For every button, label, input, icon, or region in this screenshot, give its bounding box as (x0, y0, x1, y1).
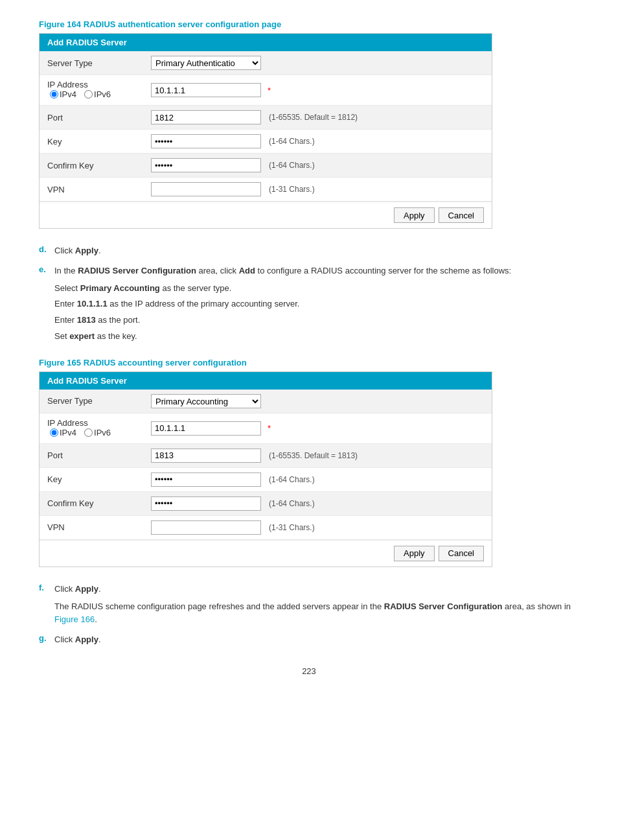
figure1-panel-body: Server Type Primary Authenticatio IP Add… (40, 51, 492, 228)
vpn-hint: (1-31 Chars.) (269, 185, 315, 194)
key-row: Key (1-64 Chars.) (40, 130, 492, 154)
key-input2[interactable] (151, 472, 261, 487)
figure2-panel-body: Server Type Primary Accounting IP Addres… (40, 390, 492, 566)
ipv6-radio-label2[interactable]: IPv6 (84, 428, 111, 438)
vpn-label2: VPN (47, 522, 151, 532)
ipv4-radio-label[interactable]: IPv4 (50, 89, 76, 99)
figure1-button-row: Apply Cancel (40, 202, 492, 228)
figure166-link[interactable]: Figure 166 (54, 614, 95, 624)
instruction-f-sub: The RADIUS scheme configuration page ref… (54, 600, 579, 627)
server-type-select[interactable]: Primary Authenticatio (151, 56, 261, 70)
instruction-f-letter: f. (39, 583, 49, 592)
key-hint2: (1-64 Chars.) (269, 475, 315, 484)
instruction-g-text: Click Apply. (54, 633, 101, 647)
instruction-d-text: Click Apply. (54, 244, 101, 258)
figure2-panel: Add RADIUS Server Server Type Primary Ac… (39, 371, 492, 567)
key-input-area: (1-64 Chars.) (151, 134, 315, 148)
port-hint2: (1-65535. Default = 1813) (269, 451, 358, 460)
ip-address-label: IP Address IPv4 IPv6 (47, 80, 151, 100)
instruction-e-letter: e. (39, 264, 49, 274)
ip-address-input2[interactable] (151, 421, 261, 436)
instruction-d-letter: d. (39, 244, 49, 254)
confirm-key-input2[interactable] (151, 496, 261, 511)
confirm-key-input-area: (1-64 Chars.) (151, 158, 315, 172)
port-label: Port (47, 113, 151, 122)
ip-address-row: IP Address IPv4 IPv6 * (40, 75, 492, 106)
instruction-e-sub: Select Primary Accounting as the server … (54, 282, 511, 344)
figure1-title: Figure 164 RADIUS authentication server … (39, 19, 579, 29)
key-hint: (1-64 Chars.) (269, 137, 315, 146)
figure2-apply-button[interactable]: Apply (394, 546, 435, 561)
instruction-e-text: In the RADIUS Server Configuration area,… (54, 264, 511, 346)
vpn-input[interactable] (151, 182, 261, 196)
vpn-input-area2: (1-31 Chars.) (151, 520, 315, 535)
confirm-key-label: Confirm Key (47, 161, 151, 170)
confirm-key-label2: Confirm Key (47, 498, 151, 508)
ip-input-area2: * (151, 421, 271, 436)
sub-item-2: Enter 10.1.1.1 as the IP address of the … (54, 298, 511, 311)
port-input[interactable] (151, 110, 261, 124)
confirm-key-hint2: (1-64 Chars.) (269, 499, 315, 508)
key-label: Key (47, 137, 151, 146)
port-row: Port (1-65535. Default = 1812) (40, 106, 492, 130)
sub-item-4: Set expert as the key. (54, 330, 511, 344)
confirm-key-input[interactable] (151, 158, 261, 172)
sub-item-3: Enter 1813 as the port. (54, 314, 511, 327)
port-input2[interactable] (151, 449, 261, 463)
vpn-row2: VPN (1-31 Chars.) (40, 516, 492, 540)
port-input-area2: (1-65535. Default = 1813) (151, 449, 358, 463)
figure2-cancel-button[interactable]: Cancel (439, 546, 484, 561)
instruction-g: g. Click Apply. (39, 633, 579, 647)
ip-required-star2: * (268, 423, 271, 433)
port-label2: Port (47, 450, 151, 460)
key-label2: Key (47, 474, 151, 484)
key-row2: Key (1-64 Chars.) (40, 468, 492, 492)
confirm-key-input-area2: (1-64 Chars.) (151, 496, 315, 511)
vpn-row: VPN (1-31 Chars.) (40, 178, 492, 202)
server-type-input-area2: Primary Accounting (151, 394, 261, 408)
figure1-panel: Add RADIUS Server Server Type Primary Au… (39, 33, 492, 229)
ipv6-radio2[interactable] (84, 428, 93, 437)
figure1-panel-header: Add RADIUS Server (40, 34, 492, 51)
ipv6-radio-label[interactable]: IPv6 (84, 89, 111, 99)
confirm-key-row: Confirm Key (1-64 Chars.) (40, 154, 492, 178)
server-type-row2: Server Type Primary Accounting (40, 390, 492, 414)
ip-address-input[interactable] (151, 83, 261, 97)
confirm-key-row2: Confirm Key (1-64 Chars.) (40, 492, 492, 516)
server-type-select2[interactable]: Primary Accounting (151, 394, 261, 408)
server-type-input-area: Primary Authenticatio (151, 56, 261, 70)
instruction-g-letter: g. (39, 633, 49, 643)
figure2-title: Figure 165 RADIUS accounting server conf… (39, 358, 579, 368)
ip-address-label2: IP Address IPv4 IPv6 (47, 418, 151, 439)
key-input[interactable] (151, 134, 261, 148)
figure1-cancel-button[interactable]: Cancel (439, 207, 484, 223)
figure1-apply-button[interactable]: Apply (394, 207, 435, 223)
server-type-row: Server Type Primary Authenticatio (40, 51, 492, 75)
vpn-input-area: (1-31 Chars.) (151, 182, 315, 196)
ip-input-area: * (151, 83, 271, 97)
sub-item-1: Select Primary Accounting as the server … (54, 282, 511, 296)
port-hint: (1-65535. Default = 1812) (269, 113, 358, 122)
vpn-input2[interactable] (151, 520, 261, 535)
server-type-label: Server Type (47, 58, 151, 68)
ipv4-radio-label2[interactable]: IPv4 (50, 428, 76, 438)
figure2-button-row: Apply Cancel (40, 540, 492, 566)
instruction-f: f. Click Apply. The RADIUS scheme config… (39, 583, 579, 627)
instruction-e: e. In the RADIUS Server Configuration ar… (39, 264, 579, 346)
port-row2: Port (1-65535. Default = 1813) (40, 444, 492, 468)
instruction-f-text: Click Apply. The RADIUS scheme configura… (54, 583, 579, 627)
ip-address-row2: IP Address IPv4 IPv6 * (40, 414, 492, 444)
vpn-label: VPN (47, 185, 151, 194)
instructions-fg-block: f. Click Apply. The RADIUS scheme config… (39, 583, 579, 647)
ipv6-radio[interactable] (84, 90, 93, 99)
server-type-label2: Server Type (47, 396, 151, 406)
instructions-block: d. Click Apply. e. In the RADIUS Server … (39, 244, 579, 346)
ipv4-radio2[interactable] (50, 428, 58, 437)
ipv4-radio[interactable] (50, 90, 58, 99)
port-input-area: (1-65535. Default = 1812) (151, 110, 358, 124)
confirm-key-hint: (1-64 Chars.) (269, 161, 315, 170)
page-number: 223 (39, 666, 579, 676)
ip-required-star: * (268, 86, 271, 95)
key-input-area2: (1-64 Chars.) (151, 472, 315, 487)
vpn-hint2: (1-31 Chars.) (269, 523, 315, 532)
